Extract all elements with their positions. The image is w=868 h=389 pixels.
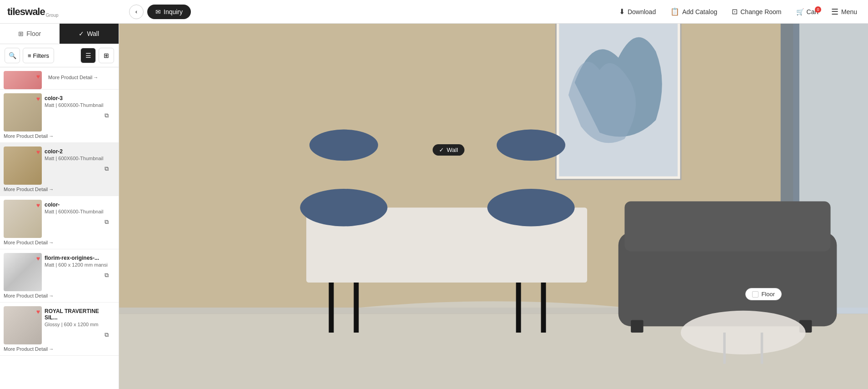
product-name: florim-rex-origines-... — [45, 255, 112, 261]
favorite-button[interactable]: ♥ — [36, 148, 40, 156]
favorite-button[interactable]: ♥ — [36, 202, 40, 209]
product-name: ROYAL TRAVERTINE SIL... — [45, 308, 112, 321]
product-spec: Matt | 600X600-Thumbnail — [45, 156, 112, 161]
more-detail-button[interactable]: More Product Detail → — [48, 75, 98, 80]
svg-point-20 — [497, 130, 565, 161]
copy-icon: ⧉ — [105, 331, 109, 338]
copy-button[interactable]: ⧉ — [100, 269, 112, 281]
more-detail-arrow: → — [93, 75, 98, 80]
product-spec: Matt | 600 x 1200 mm mansi — [45, 262, 112, 268]
wall-badge-text: Wall — [447, 147, 458, 153]
copy-button[interactable]: ⧉ — [100, 216, 112, 228]
inquiry-icon: ✉ — [155, 8, 161, 15]
list-item[interactable]: ♥ color-2 Matt | 600X600-Thumbnail ⧉ Mor… — [0, 143, 119, 196]
favorite-button[interactable]: ♥ — [36, 73, 40, 80]
wall-label-badge[interactable]: ✓ Wall — [433, 144, 464, 156]
sidebar: ⊞ Floor ✓ Wall 🔍 ≡ Filters ☰ ⊞ — [0, 24, 119, 389]
cart-icon: 🛒 — [796, 8, 804, 15]
more-detail-button[interactable]: More Product Detail → — [4, 187, 54, 192]
change-room-button[interactable]: ⊡ Change Room — [726, 5, 787, 19]
more-detail-button[interactable]: More Product Detail → — [4, 293, 54, 298]
tab-bar: ⊞ Floor ✓ Wall — [0, 24, 119, 44]
product-thumbnail: ♥ — [4, 71, 42, 89]
add-catalog-label: Add Catalog — [682, 8, 717, 15]
svg-point-17 — [300, 189, 387, 226]
list-view-icon: ☰ — [85, 52, 91, 59]
product-list: ♥ More Product Detail → ♥ color-3 Matt |… — [0, 67, 119, 389]
download-icon: ⬇ — [619, 7, 625, 16]
change-room-icon: ⊡ — [732, 7, 738, 16]
more-detail-arrow: → — [49, 240, 54, 245]
logo-icon: tileswale — [7, 6, 45, 18]
product-info: color-2 Matt | 600X600-Thumbnail ⧉ — [42, 147, 115, 177]
product-spec: Matt | 600X600-Thumbnail — [45, 209, 112, 214]
more-detail-arrow: → — [49, 133, 54, 139]
product-spec: Glossy | 600 x 1200 mm — [45, 322, 112, 327]
list-view-button[interactable]: ☰ — [80, 48, 96, 63]
more-detail-button[interactable]: More Product Detail → — [4, 133, 54, 139]
change-room-label: Change Room — [740, 8, 781, 15]
filter-icon: ≡ — [28, 52, 31, 59]
download-label: Download — [628, 8, 656, 15]
room-view: ✓ Wall Floor — [119, 24, 868, 389]
copy-icon: ⧉ — [105, 112, 109, 119]
product-actions: ⧉ — [45, 163, 112, 175]
floor-label-badge[interactable]: Floor — [745, 288, 782, 300]
more-detail-row: More Product Detail → — [0, 238, 119, 249]
product-item-partial: ♥ More Product Detail → — [0, 67, 119, 90]
copy-button[interactable]: ⧉ — [100, 110, 112, 121]
copy-icon: ⧉ — [105, 218, 109, 226]
product-actions: ⧉ — [45, 329, 112, 341]
add-catalog-button[interactable]: 📋 Add Catalog — [665, 5, 723, 19]
grid-view-button[interactable]: ⊞ — [99, 48, 114, 63]
back-icon: ‹ — [135, 8, 137, 15]
more-detail-arrow: → — [49, 187, 54, 192]
product-info: florim-rex-origines-... Matt | 600 x 120… — [42, 253, 115, 283]
product-thumbnail: ♥ — [4, 306, 42, 344]
favorite-button[interactable]: ♥ — [36, 95, 40, 102]
product-thumbnail: ♥ — [4, 93, 42, 131]
product-info: color-3 Matt | 600X600-Thumbnail ⧉ — [42, 93, 115, 123]
more-detail-row: More Product Detail → — [45, 73, 112, 84]
product-actions: ⧉ — [45, 110, 112, 121]
copy-icon: ⧉ — [105, 272, 109, 279]
list-item[interactable]: ♥ color- Matt | 600X600-Thumbnail ⧉ More… — [0, 196, 119, 249]
copy-icon: ⧉ — [105, 165, 109, 172]
more-detail-button[interactable]: More Product Detail → — [4, 240, 54, 245]
list-item[interactable]: ♥ color-3 Matt | 600X600-Thumbnail ⧉ Mor… — [0, 90, 119, 143]
inquiry-button[interactable]: ✉ Inquiry — [147, 5, 191, 19]
product-thumbnail: ♥ — [4, 147, 42, 185]
filters-label: Filters — [33, 52, 49, 59]
copy-button[interactable]: ⧉ — [100, 329, 112, 341]
menu-icon: ☰ — [831, 7, 838, 17]
cart-badge: 0 — [815, 6, 821, 13]
menu-button[interactable]: ☰ Menu — [828, 4, 861, 20]
product-info: color- Matt | 600X600-Thumbnail ⧉ — [42, 200, 115, 230]
svg-point-25 — [681, 311, 806, 354]
product-name: color-2 — [45, 148, 112, 155]
copy-button[interactable]: ⧉ — [100, 163, 112, 175]
main-container: ⊞ Floor ✓ Wall 🔍 ≡ Filters ☰ ⊞ — [0, 24, 868, 389]
tab-floor[interactable]: ⊞ Floor — [0, 24, 60, 44]
floor-tab-label: Floor — [26, 30, 41, 37]
more-detail-arrow: → — [49, 293, 54, 298]
room-scene — [119, 24, 868, 389]
back-button[interactable]: ‹ — [129, 5, 144, 19]
list-item[interactable]: ♥ ROYAL TRAVERTINE SIL... Glossy | 600 x… — [0, 303, 119, 356]
more-detail-button[interactable]: More Product Detail → — [4, 346, 54, 352]
more-detail-label: More Product Detail — [4, 346, 48, 352]
product-thumbnail: ♥ — [4, 253, 42, 291]
search-button[interactable]: 🔍 — [5, 48, 20, 63]
filters-button[interactable]: ≡ Filters — [23, 48, 54, 63]
list-item[interactable]: ♥ florim-rex-origines-... Matt | 600 x 1… — [0, 249, 119, 303]
favorite-button[interactable]: ♥ — [36, 308, 40, 315]
tab-wall[interactable]: ✓ Wall — [60, 24, 119, 44]
product-name: color-3 — [45, 95, 112, 101]
logo-area: tileswale Group — [7, 6, 125, 18]
favorite-button[interactable]: ♥ — [36, 255, 40, 262]
more-detail-row: More Product Detail → — [0, 344, 119, 355]
product-actions: ⧉ — [45, 269, 112, 281]
download-button[interactable]: ⬇ Download — [614, 5, 661, 19]
more-detail-label: More Product Detail — [4, 240, 48, 245]
cart-button[interactable]: 🛒 Cart 0 — [791, 5, 824, 18]
